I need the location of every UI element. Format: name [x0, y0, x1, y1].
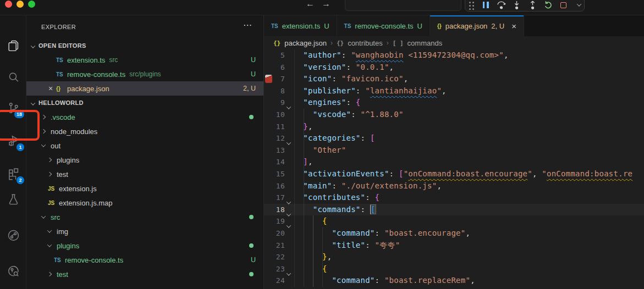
folder-chevron-icon: [48, 158, 57, 162]
code-token: [294, 241, 332, 249]
tree-item-remove-console.ts[interactable]: TSremove-console.tsU: [26, 253, 263, 267]
debug-toolbar: [465, 0, 585, 12]
maximize-window-button[interactable]: [28, 1, 35, 8]
activity-bar-item-testing[interactable]: [0, 188, 26, 210]
command-center-search[interactable]: [345, 0, 461, 11]
back-arrow-icon[interactable]: ←: [306, 0, 315, 9]
pause-button-icon[interactable]: [481, 0, 490, 10]
code-line-23[interactable]: 23 {: [264, 263, 644, 275]
open-editor-item[interactable]: TSextension.tssrcU: [26, 53, 263, 67]
code-line-16[interactable]: 16 "main": "./out/extension.js",: [264, 180, 644, 192]
close-tab-icon[interactable]: ×: [511, 21, 516, 31]
activity-bar-item-extensions[interactable]: 2: [0, 163, 26, 185]
code-token: [294, 157, 303, 166]
modified-dot: [249, 215, 254, 219]
code-line-14[interactable]: 14 ],: [264, 156, 644, 168]
code-line-8[interactable]: 8 "publisher": "lantianhaijiao",: [264, 85, 644, 97]
code-line-24[interactable]: 24 "command": "boast.replaceRem",: [264, 275, 644, 287]
restart-button-icon[interactable]: [543, 0, 553, 10]
code-text: "command": "boast.encourage",: [294, 229, 470, 237]
tree-item-.vscode[interactable]: .vscode: [26, 110, 263, 124]
folder-chevron-icon: [48, 173, 57, 176]
code-line-18[interactable]: 18 "commands": [: [264, 204, 644, 216]
step-into-button-icon[interactable]: [512, 0, 521, 10]
stop-button-icon[interactable]: [559, 0, 568, 10]
code-line-21[interactable]: 21 "title": "夸夸": [264, 240, 644, 252]
code-token: }: [322, 252, 327, 261]
activity-bar-item-git-search[interactable]: [0, 260, 26, 282]
code-editor[interactable]: 5 "author": "wanghaobin <1159472304@qq.c…: [264, 49, 644, 287]
code-line-20[interactable]: 20 "command": "boast.encourage",: [264, 227, 644, 240]
javascript-file-icon: JS: [48, 186, 59, 192]
tree-item-node_modules[interactable]: node_modules: [26, 124, 263, 138]
tree-item-plugins[interactable]: plugins: [26, 238, 263, 253]
extensions-badge: 2: [16, 176, 25, 185]
activity-bar-item-explorer[interactable]: [0, 35, 26, 57]
code-line-13[interactable]: 13 "Other": [264, 144, 644, 157]
activity-bar-item-git-graph[interactable]: [0, 224, 26, 246]
breadcrumb-item[interactable]: package.json: [284, 39, 327, 47]
step-over-button-icon[interactable]: [497, 0, 506, 10]
close-window-button[interactable]: [5, 1, 12, 8]
workspace-header[interactable]: HELLOWORLD: [26, 96, 263, 110]
code-line-15[interactable]: 15 "activationEvents": ["onCommand:boast…: [264, 168, 644, 180]
code-token: ": [404, 169, 409, 178]
tab-remove-console.ts[interactable]: TSremove-console.tsU: [337, 15, 430, 36]
code-token: ,: [308, 157, 313, 166]
code-line-19[interactable]: 19 {: [264, 215, 644, 227]
tree-item-plugins[interactable]: plugins: [26, 153, 263, 167]
tree-item-test[interactable]: test: [26, 167, 263, 181]
code-line-9[interactable]: 9 "engines": {: [264, 97, 644, 109]
open-editor-item[interactable]: ×{}package.json2, U: [26, 81, 263, 96]
typescript-file-icon: TS: [56, 57, 67, 63]
tree-item-src[interactable]: src: [26, 210, 263, 224]
more-actions-icon[interactable]: ⋯: [243, 20, 252, 30]
code-token: ,: [404, 74, 409, 83]
open-editors-header-label: OPEN EDITORS: [38, 42, 86, 49]
more-actions-button-icon[interactable]: [575, 0, 584, 10]
code-token: "vscode": [313, 110, 351, 119]
code-token: [294, 146, 313, 154]
open-editors-header[interactable]: OPEN EDITORS: [26, 38, 263, 53]
code-line-11[interactable]: 11 },: [264, 121, 644, 133]
tree-item-img[interactable]: img: [26, 224, 263, 238]
typescript-file-icon: TS: [344, 23, 351, 29]
code-line-22[interactable]: 22 },: [264, 251, 644, 263]
code-token: "title": [332, 241, 365, 249]
forward-arrow-icon[interactable]: →: [322, 0, 331, 9]
code-line-7[interactable]: 7 "icon": "favicon.ico",: [264, 73, 644, 85]
tree-item-extension.js.map[interactable]: JSextension.js.map: [26, 196, 263, 210]
code-token: ": [365, 86, 370, 95]
activity-bar-item-source-control[interactable]: 18: [0, 97, 26, 119]
code-line-6[interactable]: 6 "version": "0.0.1",: [264, 62, 644, 74]
code-token: ": [542, 169, 547, 178]
tab-extension.ts[interactable]: TSextension.tsU: [264, 15, 337, 36]
code-token: ": [351, 51, 356, 59]
vscode-window: ← → 1812 EXPLORER ⋯ OPEN EDITORSTSextens…: [0, 0, 644, 289]
code-line-5[interactable]: 5 "author": "wanghaobin <1159472304@qq.c…: [264, 49, 644, 62]
code-line-17[interactable]: 17 "contributes": {: [264, 192, 644, 204]
code-text: "version": "0.0.1",: [294, 63, 394, 71]
tree-item-test[interactable]: test: [26, 267, 263, 281]
code-line-10[interactable]: 10 "vscode": "^1.88.0": [264, 109, 644, 121]
tree-item-extension.js[interactable]: JSextension.js: [26, 181, 263, 196]
activity-bar-item-run-debug[interactable]: 1: [0, 130, 26, 152]
close-editor-icon[interactable]: ×: [45, 84, 56, 93]
breadcrumb-separator-icon: ›: [331, 39, 333, 47]
open-editor-item[interactable]: TSremove-console.tssrc/pluginsU: [26, 67, 263, 81]
tab-label: extension.ts: [282, 22, 320, 30]
tree-item-out[interactable]: out: [26, 138, 263, 153]
git-decoration: U: [251, 70, 256, 78]
code-token: "./out/extension.js": [342, 181, 437, 190]
activity-bar-item-search[interactable]: [0, 66, 26, 88]
breadcrumb-item[interactable]: commands: [408, 39, 443, 47]
code-text: },: [294, 252, 332, 261]
step-out-button-icon[interactable]: [528, 0, 537, 10]
minimize-window-button[interactable]: [16, 1, 24, 8]
modified-dot: [249, 272, 254, 276]
breadcrumb-item[interactable]: contributes: [348, 39, 383, 47]
code-token: :: [389, 169, 399, 178]
tree-item-label: src: [51, 213, 60, 221]
code-line-12[interactable]: 12 "categories": [: [264, 132, 644, 144]
tab-package.json[interactable]: {}package.json2, U×: [430, 15, 524, 36]
